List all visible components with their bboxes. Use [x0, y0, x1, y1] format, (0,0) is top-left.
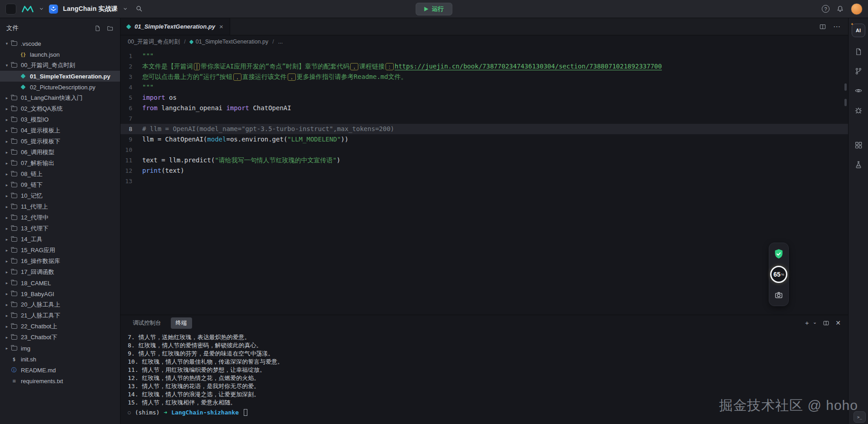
code-line[interactable]: 11text = llm.predict("请给我写一句情人节红玫瑰的中文宣传语… — [121, 155, 848, 166]
terminal-line: 7. 情人节，送她红玫瑰，表达最炽热的爱意。 — [128, 333, 841, 341]
tree-file-item[interactable]: ≡requirements.txt — [0, 375, 120, 386]
tree-folder-item[interactable]: ▸11_代理上 — [0, 201, 120, 212]
extensions-grid-icon[interactable] — [851, 138, 866, 152]
folder-icon — [10, 105, 18, 112]
tree-folder-item[interactable]: ▸14_工具 — [0, 234, 120, 245]
app-window-icon[interactable] — [5, 4, 16, 15]
code-line[interactable]: 12print(text) — [121, 166, 848, 176]
chevron-down-icon[interactable] — [123, 6, 128, 11]
py-file-icon — [19, 83, 27, 91]
breadcrumb-label: ... — [278, 39, 283, 45]
tree-item-label: 20_人脉工具上 — [21, 301, 60, 309]
code-line[interactable]: 3您可以点击最上方的“运行”按钮，直接运行该文件，更多操作指引请参考Readme… — [121, 72, 848, 82]
code-line[interactable]: 8# llm = OpenAI(model_name="gpt-3.5-turb… — [121, 124, 848, 134]
tree-item-label: 10_记忆 — [21, 192, 43, 200]
score-badge[interactable]: 65% — [770, 266, 787, 283]
breadcrumb-item[interactable]: 01_SimpleTextGeneration.py — [190, 39, 269, 45]
panel-tab[interactable]: 终端 — [171, 317, 192, 329]
tree-folder-item[interactable]: ▾.vscode — [0, 38, 120, 49]
code-line[interactable]: 4""" — [121, 82, 848, 93]
tree-folder-item[interactable]: ▸22_Chatbot上 — [0, 321, 120, 332]
code-token: ： — [386, 63, 394, 70]
avatar[interactable] — [851, 3, 863, 15]
tree-folder-item[interactable]: ▾00_开篇词_奇点时刻 — [0, 60, 120, 71]
tree-item-label: requirements.txt — [21, 378, 63, 385]
tree-folder-item[interactable]: ▸15_RAG应用 — [0, 245, 120, 256]
code-line[interactable]: 9llm = ChatOpenAI(model=os.environ.get("… — [121, 134, 848, 145]
new-file-icon[interactable] — [94, 25, 101, 32]
tree-folder-item[interactable]: ▸10_记忆 — [0, 190, 120, 201]
close-icon[interactable]: × — [219, 23, 223, 30]
panel-tab[interactable]: 调试控制台 — [128, 317, 166, 329]
chevron-down-icon[interactable] — [39, 6, 44, 11]
tree-file-item[interactable]: 01_SimpleTextGeneration.py — [0, 71, 120, 82]
code-line[interactable]: 13 — [121, 176, 848, 186]
tree-file-item[interactable]: ⓘREADME.md — [0, 365, 120, 375]
new-terminal-icon[interactable]: ＋ — [804, 320, 810, 326]
debug-bug-icon[interactable] — [851, 103, 866, 117]
split-editor-icon[interactable] — [819, 23, 826, 30]
scrollbar-marker[interactable] — [844, 99, 847, 106]
chevron-down-icon[interactable]: ⌄ — [813, 320, 817, 325]
tree-folder-item[interactable]: ▸12_代理中 — [0, 212, 120, 223]
code-line[interactable]: 1""" — [121, 51, 848, 61]
code-line[interactable]: 7 — [121, 113, 848, 124]
tree-folder-item[interactable]: ▸01_LangChain快速入门 — [0, 93, 120, 103]
tree-folder-item[interactable]: ▸09_链下 — [0, 180, 120, 190]
tree-file-item[interactable]: $init.sh — [0, 354, 120, 365]
tree-file-item[interactable]: 02_PictureDescription.py — [0, 82, 120, 93]
split-panel-icon[interactable] — [823, 320, 829, 327]
tree-folder-item[interactable]: ▸17_回调函数 — [0, 267, 120, 278]
line-number: 8 — [121, 124, 142, 134]
terminal-corner-icon[interactable]: >_ — [854, 411, 866, 423]
tree-folder-item[interactable]: ▸img — [0, 343, 120, 354]
code-token: "LLM_MODELEND" — [287, 136, 341, 143]
code-line[interactable]: 5import os — [121, 93, 848, 103]
prompt-indicator: ○ — [128, 409, 131, 415]
tree-item-label: README.md — [21, 367, 56, 374]
run-button[interactable]: 运行 — [416, 3, 453, 15]
tree-folder-item[interactable]: ▸16_操作数据库 — [0, 256, 120, 267]
screenshot-camera-icon[interactable] — [772, 288, 786, 302]
help-icon[interactable]: ? — [822, 5, 829, 13]
tree-folder-item[interactable]: ▸18_CAMEL — [0, 278, 120, 288]
tree-folder-item[interactable]: ▸03_模型IO — [0, 114, 120, 125]
bell-icon[interactable] — [836, 5, 844, 13]
tree-folder-item[interactable]: ▸08_链上 — [0, 169, 120, 180]
editor-tab[interactable]: 01_SimpleTextGeneration.py × — [121, 18, 230, 35]
tree-file-item[interactable]: {}launch.json — [0, 49, 120, 60]
ai-assistant-icon[interactable]: AI — [852, 24, 865, 37]
new-folder-icon[interactable] — [106, 25, 114, 32]
security-shield-icon[interactable] — [772, 247, 786, 261]
tree-folder-item[interactable]: ▸02_文档QA系统 — [0, 103, 120, 114]
docs-file-icon[interactable] — [851, 44, 866, 59]
tree-folder-item[interactable]: ▸19_BabyAGI — [0, 288, 120, 299]
code-token: "请给我写一句情人节红玫瑰的中文宣传语" — [215, 156, 337, 164]
tree-item-label: 15_RAG应用 — [21, 246, 55, 254]
close-panel-icon[interactable]: ✕ — [835, 320, 841, 326]
tree-folder-item[interactable]: ▸06_调用模型 — [0, 147, 120, 158]
tree-folder-item[interactable]: ▸07_解析输出 — [0, 158, 120, 169]
preview-eye-icon[interactable] — [851, 83, 866, 98]
lab-flask-icon[interactable] — [851, 157, 866, 172]
code-editor[interactable]: 1"""2本文件是【开篇词|带你亲证AI应用开发的“奇点”时刻】章节的配套代码，… — [121, 48, 848, 315]
code-line[interactable]: 2本文件是【开篇词|带你亲证AI应用开发的“奇点”时刻】章节的配套代码，课程链接… — [121, 61, 848, 72]
code-line[interactable]: 10 — [121, 145, 848, 155]
marscode-logo-icon[interactable] — [21, 5, 34, 13]
tree-folder-item[interactable]: ▸04_提示模板上 — [0, 125, 120, 136]
tree-folder-item[interactable]: ▸20_人脉工具上 — [0, 299, 120, 310]
tree-folder-item[interactable]: ▸21_人脉工具下 — [0, 310, 120, 321]
project-title[interactable]: LangChain 实战课 — [63, 5, 118, 13]
chevron-right-icon: ▸ — [4, 183, 10, 187]
code-line[interactable]: 6from langchain_openai import ChatOpenAI — [121, 103, 848, 113]
scrollbar-marker[interactable] — [844, 83, 847, 91]
breadcrumb-item[interactable]: ... — [278, 39, 283, 45]
tree-folder-item[interactable]: ▸23_Chatbot下 — [0, 332, 120, 343]
git-branch-icon[interactable] — [851, 64, 866, 78]
tree-item-label: 02_PictureDescription.py — [30, 84, 96, 91]
more-actions-icon[interactable]: ⋯ — [833, 22, 841, 31]
tree-folder-item[interactable]: ▸05_提示模板下 — [0, 136, 120, 147]
tree-folder-item[interactable]: ▸13_代理下 — [0, 223, 120, 234]
breadcrumb-item[interactable]: 00_开篇词_奇点时刻 — [128, 38, 180, 46]
search-icon[interactable] — [135, 5, 143, 13]
